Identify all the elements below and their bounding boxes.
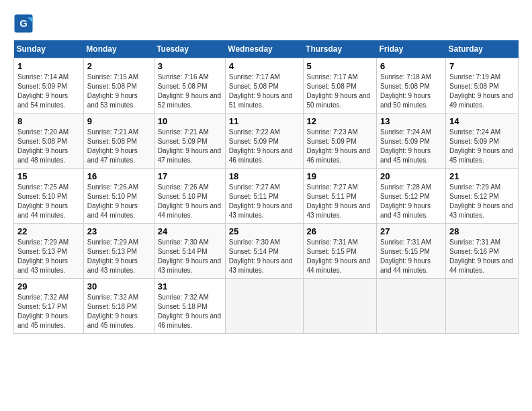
calendar-cell xyxy=(303,279,376,334)
day-number: 20 xyxy=(380,171,442,181)
day-number: 15 xyxy=(17,171,80,181)
calendar-cell: 6 Sunrise: 7:18 AM Sunset: 5:08 PM Dayli… xyxy=(376,58,445,113)
calendar-cell xyxy=(445,279,518,334)
calendar-cell: 7 Sunrise: 7:19 AM Sunset: 5:08 PM Dayli… xyxy=(445,58,518,113)
day-info: Sunrise: 7:23 AM Sunset: 5:09 PM Dayligh… xyxy=(307,128,373,165)
calendar-cell: 31 Sunrise: 7:32 AM Sunset: 5:18 PM Dayl… xyxy=(154,279,225,334)
day-number: 1 xyxy=(17,61,80,71)
calendar-cell: 26 Sunrise: 7:31 AM Sunset: 5:15 PM Dayl… xyxy=(303,224,376,279)
logo: G xyxy=(13,13,36,34)
day-info: Sunrise: 7:19 AM Sunset: 5:08 PM Dayligh… xyxy=(449,73,515,110)
calendar-cell: 28 Sunrise: 7:31 AM Sunset: 5:16 PM Dayl… xyxy=(445,224,518,279)
day-number: 9 xyxy=(87,116,150,126)
calendar-cell: 22 Sunrise: 7:29 AM Sunset: 5:13 PM Dayl… xyxy=(14,224,84,279)
calendar-cell: 8 Sunrise: 7:20 AM Sunset: 5:08 PM Dayli… xyxy=(14,113,84,169)
calendar-week-row: 22 Sunrise: 7:29 AM Sunset: 5:13 PM Dayl… xyxy=(14,224,519,279)
day-number: 14 xyxy=(449,116,515,126)
day-info: Sunrise: 7:20 AM Sunset: 5:08 PM Dayligh… xyxy=(17,128,80,165)
day-number: 23 xyxy=(87,226,150,236)
day-info: Sunrise: 7:17 AM Sunset: 5:08 PM Dayligh… xyxy=(307,73,373,110)
day-number: 25 xyxy=(229,226,300,236)
calendar-cell: 17 Sunrise: 7:26 AM Sunset: 5:10 PM Dayl… xyxy=(154,169,225,224)
calendar-cell: 25 Sunrise: 7:30 AM Sunset: 5:14 PM Dayl… xyxy=(225,224,303,279)
calendar-cell: 11 Sunrise: 7:22 AM Sunset: 5:09 PM Dayl… xyxy=(225,113,303,169)
day-info: Sunrise: 7:26 AM Sunset: 5:10 PM Dayligh… xyxy=(158,183,222,220)
day-info: Sunrise: 7:15 AM Sunset: 5:08 PM Dayligh… xyxy=(87,73,150,110)
calendar-cell: 19 Sunrise: 7:27 AM Sunset: 5:11 PM Dayl… xyxy=(303,169,376,224)
day-number: 21 xyxy=(449,171,515,181)
calendar-cell: 14 Sunrise: 7:24 AM Sunset: 5:09 PM Dayl… xyxy=(445,113,518,169)
day-info: Sunrise: 7:30 AM Sunset: 5:14 PM Dayligh… xyxy=(158,238,222,275)
weekday-header: Friday xyxy=(376,40,445,58)
day-number: 7 xyxy=(449,61,515,71)
calendar-week-row: 15 Sunrise: 7:25 AM Sunset: 5:10 PM Dayl… xyxy=(14,169,519,224)
calendar-table: SundayMondayTuesdayWednesdayThursdayFrid… xyxy=(13,40,519,334)
day-number: 28 xyxy=(449,226,515,236)
day-info: Sunrise: 7:28 AM Sunset: 5:12 PM Dayligh… xyxy=(380,183,442,220)
day-info: Sunrise: 7:26 AM Sunset: 5:10 PM Dayligh… xyxy=(87,183,150,220)
day-info: Sunrise: 7:31 AM Sunset: 5:15 PM Dayligh… xyxy=(307,238,373,275)
day-info: Sunrise: 7:30 AM Sunset: 5:14 PM Dayligh… xyxy=(229,238,300,275)
day-number: 8 xyxy=(17,116,80,126)
day-info: Sunrise: 7:32 AM Sunset: 5:17 PM Dayligh… xyxy=(17,293,80,330)
calendar-week-row: 29 Sunrise: 7:32 AM Sunset: 5:17 PM Dayl… xyxy=(14,279,519,334)
calendar-cell: 4 Sunrise: 7:17 AM Sunset: 5:08 PM Dayli… xyxy=(225,58,303,113)
calendar-cell: 29 Sunrise: 7:32 AM Sunset: 5:17 PM Dayl… xyxy=(14,279,84,334)
day-info: Sunrise: 7:32 AM Sunset: 5:18 PM Dayligh… xyxy=(87,293,150,330)
calendar-cell: 12 Sunrise: 7:23 AM Sunset: 5:09 PM Dayl… xyxy=(303,113,376,169)
header-row: SundayMondayTuesdayWednesdayThursdayFrid… xyxy=(14,40,519,58)
day-info: Sunrise: 7:27 AM Sunset: 5:11 PM Dayligh… xyxy=(229,183,300,220)
weekday-header: Wednesday xyxy=(225,40,303,58)
calendar-cell: 16 Sunrise: 7:26 AM Sunset: 5:10 PM Dayl… xyxy=(83,169,154,224)
svg-text:G: G xyxy=(19,17,28,29)
calendar-cell: 1 Sunrise: 7:14 AM Sunset: 5:09 PM Dayli… xyxy=(14,58,84,113)
day-number: 18 xyxy=(229,171,300,181)
calendar-cell: 13 Sunrise: 7:24 AM Sunset: 5:09 PM Dayl… xyxy=(376,113,445,169)
day-info: Sunrise: 7:27 AM Sunset: 5:11 PM Dayligh… xyxy=(307,183,373,220)
day-info: Sunrise: 7:29 AM Sunset: 5:13 PM Dayligh… xyxy=(87,238,150,275)
calendar-week-row: 8 Sunrise: 7:20 AM Sunset: 5:08 PM Dayli… xyxy=(14,113,519,169)
weekday-header: Monday xyxy=(83,40,154,58)
day-number: 13 xyxy=(380,116,442,126)
day-info: Sunrise: 7:29 AM Sunset: 5:12 PM Dayligh… xyxy=(449,183,515,220)
weekday-header: Tuesday xyxy=(154,40,225,58)
day-info: Sunrise: 7:29 AM Sunset: 5:13 PM Dayligh… xyxy=(17,238,80,275)
calendar-cell: 27 Sunrise: 7:31 AM Sunset: 5:15 PM Dayl… xyxy=(376,224,445,279)
day-number: 19 xyxy=(307,171,373,181)
page-header: G xyxy=(13,13,519,34)
day-number: 29 xyxy=(17,281,80,291)
day-info: Sunrise: 7:17 AM Sunset: 5:08 PM Dayligh… xyxy=(229,73,300,110)
day-info: Sunrise: 7:24 AM Sunset: 5:09 PM Dayligh… xyxy=(449,128,515,165)
day-number: 6 xyxy=(380,61,442,71)
calendar-cell: 23 Sunrise: 7:29 AM Sunset: 5:13 PM Dayl… xyxy=(83,224,154,279)
day-info: Sunrise: 7:18 AM Sunset: 5:08 PM Dayligh… xyxy=(380,73,442,110)
calendar-cell: 18 Sunrise: 7:27 AM Sunset: 5:11 PM Dayl… xyxy=(225,169,303,224)
day-info: Sunrise: 7:14 AM Sunset: 5:09 PM Dayligh… xyxy=(17,73,80,110)
calendar-cell: 3 Sunrise: 7:16 AM Sunset: 5:08 PM Dayli… xyxy=(154,58,225,113)
day-info: Sunrise: 7:31 AM Sunset: 5:16 PM Dayligh… xyxy=(449,238,515,275)
day-number: 31 xyxy=(158,281,222,291)
day-info: Sunrise: 7:16 AM Sunset: 5:08 PM Dayligh… xyxy=(158,73,222,110)
day-number: 24 xyxy=(158,226,222,236)
day-number: 26 xyxy=(307,226,373,236)
weekday-header: Thursday xyxy=(303,40,376,58)
day-number: 22 xyxy=(17,226,80,236)
calendar-cell xyxy=(225,279,303,334)
calendar-cell xyxy=(376,279,445,334)
calendar-cell: 30 Sunrise: 7:32 AM Sunset: 5:18 PM Dayl… xyxy=(83,279,154,334)
day-info: Sunrise: 7:25 AM Sunset: 5:10 PM Dayligh… xyxy=(17,183,80,220)
day-number: 2 xyxy=(87,61,150,71)
day-number: 11 xyxy=(229,116,300,126)
day-info: Sunrise: 7:21 AM Sunset: 5:08 PM Dayligh… xyxy=(87,128,150,165)
calendar-cell: 9 Sunrise: 7:21 AM Sunset: 5:08 PM Dayli… xyxy=(83,113,154,169)
weekday-header: Saturday xyxy=(445,40,518,58)
weekday-header: Sunday xyxy=(14,40,84,58)
calendar-cell: 10 Sunrise: 7:21 AM Sunset: 5:09 PM Dayl… xyxy=(154,113,225,169)
day-number: 12 xyxy=(307,116,373,126)
day-number: 30 xyxy=(87,281,150,291)
day-number: 27 xyxy=(380,226,442,236)
calendar-cell: 21 Sunrise: 7:29 AM Sunset: 5:12 PM Dayl… xyxy=(445,169,518,224)
day-info: Sunrise: 7:31 AM Sunset: 5:15 PM Dayligh… xyxy=(380,238,442,275)
day-number: 5 xyxy=(307,61,373,71)
day-info: Sunrise: 7:22 AM Sunset: 5:09 PM Dayligh… xyxy=(229,128,300,165)
